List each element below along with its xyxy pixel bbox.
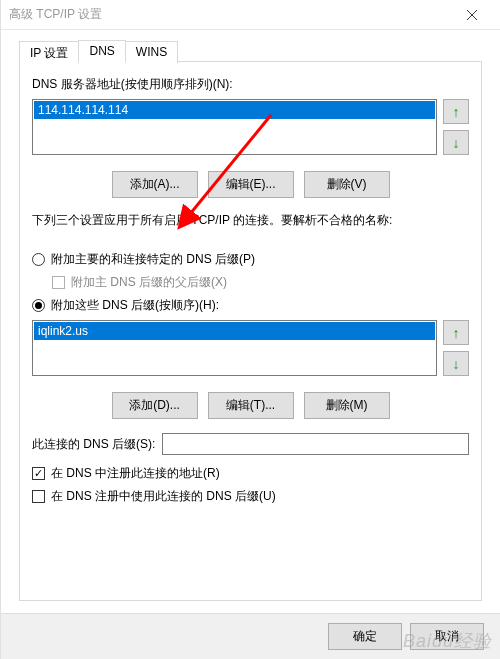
dialog-window: 高级 TCP/IP 设置 IP 设置 DNS WINS DNS 服务器地址(按使… bbox=[0, 0, 500, 659]
check-register-address-label: 在 DNS 中注册此连接的地址(R) bbox=[51, 465, 220, 482]
dns-remove-button[interactable]: 删除(V) bbox=[304, 171, 390, 198]
suffix-item[interactable]: iqlink2.us bbox=[34, 322, 435, 340]
radio-icon bbox=[32, 253, 45, 266]
checkbox-icon bbox=[52, 276, 65, 289]
close-icon bbox=[467, 10, 477, 20]
check-parent-suffix-label: 附加主 DNS 后缀的父后缀(X) bbox=[71, 274, 227, 291]
suffix-edit-button[interactable]: 编辑(T)... bbox=[208, 392, 294, 419]
suffix-listbox[interactable]: iqlink2.us bbox=[32, 320, 437, 376]
checkbox-icon bbox=[32, 490, 45, 503]
radio-these-suffixes-label: 附加这些 DNS 后缀(按顺序)(H): bbox=[51, 297, 219, 314]
arrow-down-icon: ↓ bbox=[453, 356, 460, 372]
arrow-up-icon: ↑ bbox=[453, 325, 460, 341]
client-area: IP 设置 DNS WINS DNS 服务器地址(按使用顺序排列)(N): 11… bbox=[1, 30, 500, 600]
radio-these-suffixes[interactable]: 附加这些 DNS 后缀(按顺序)(H): bbox=[32, 297, 469, 314]
tab-strip: IP 设置 DNS WINS bbox=[19, 40, 482, 62]
dns-servers-label: DNS 服务器地址(按使用顺序排列)(N): bbox=[32, 76, 469, 93]
close-button[interactable] bbox=[452, 0, 492, 30]
check-use-suffix-label: 在 DNS 注册中使用此连接的 DNS 后缀(U) bbox=[51, 488, 276, 505]
note-text: 下列三个设置应用于所有启用 TCP/IP 的连接。要解析不合格的名称: bbox=[32, 212, 469, 229]
suffix-move-up-button[interactable]: ↑ bbox=[443, 320, 469, 345]
dns-add-button[interactable]: 添加(A)... bbox=[112, 171, 198, 198]
dns-server-item[interactable]: 114.114.114.114 bbox=[34, 101, 435, 119]
title-bar: 高级 TCP/IP 设置 bbox=[1, 0, 500, 30]
tab-ip-settings[interactable]: IP 设置 bbox=[19, 41, 79, 63]
ok-button[interactable]: 确定 bbox=[328, 623, 402, 650]
tab-dns[interactable]: DNS bbox=[78, 40, 125, 62]
suffix-add-button[interactable]: 添加(D)... bbox=[112, 392, 198, 419]
check-use-suffix[interactable]: 在 DNS 注册中使用此连接的 DNS 后缀(U) bbox=[32, 488, 469, 505]
watermark-text: Baidu经验 bbox=[403, 629, 492, 653]
radio-primary-suffix-label: 附加主要的和连接特定的 DNS 后缀(P) bbox=[51, 251, 255, 268]
dns-servers-listbox[interactable]: 114.114.114.114 bbox=[32, 99, 437, 155]
dns-move-down-button[interactable]: ↓ bbox=[443, 130, 469, 155]
check-register-address[interactable]: ✓ 在 DNS 中注册此连接的地址(R) bbox=[32, 465, 469, 482]
radio-icon-checked bbox=[32, 299, 45, 312]
dns-edit-button[interactable]: 编辑(E)... bbox=[208, 171, 294, 198]
tab-wins[interactable]: WINS bbox=[125, 41, 178, 63]
suffix-move-down-button[interactable]: ↓ bbox=[443, 351, 469, 376]
radio-primary-suffix[interactable]: 附加主要的和连接特定的 DNS 后缀(P) bbox=[32, 251, 469, 268]
suffix-remove-button[interactable]: 删除(M) bbox=[304, 392, 390, 419]
arrow-up-icon: ↑ bbox=[453, 104, 460, 120]
conn-suffix-label: 此连接的 DNS 后缀(S): bbox=[32, 436, 162, 453]
arrow-down-icon: ↓ bbox=[453, 135, 460, 151]
tab-panel-dns: DNS 服务器地址(按使用顺序排列)(N): 114.114.114.114 ↑… bbox=[19, 61, 482, 601]
conn-suffix-input[interactable] bbox=[162, 433, 469, 455]
check-parent-suffix: 附加主 DNS 后缀的父后缀(X) bbox=[52, 274, 469, 291]
dns-move-up-button[interactable]: ↑ bbox=[443, 99, 469, 124]
window-title: 高级 TCP/IP 设置 bbox=[9, 6, 452, 23]
checkbox-checked-icon: ✓ bbox=[32, 467, 45, 480]
